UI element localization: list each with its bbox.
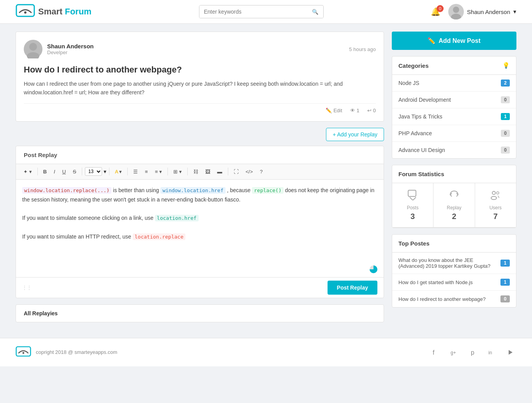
svg-text:in: in — [488, 350, 492, 355]
search-button[interactable]: 🔍 — [307, 6, 323, 18]
add-reply-button[interactable]: + Add your Replay — [326, 128, 384, 141]
youtube-icon[interactable] — [504, 346, 516, 359]
editor-text-1: is better than using — [113, 187, 160, 193]
svg-rect-6 — [408, 190, 416, 196]
footer-copyright: copright 2018 @ smarteyeapps.com — [36, 349, 117, 355]
category-badge-ui: 0 — [501, 147, 510, 154]
svg-rect-0 — [16, 5, 34, 16]
notification-badge: 0 — [437, 5, 444, 12]
replay-label: Replay — [440, 205, 468, 210]
code-location-href: location.href — [155, 215, 199, 221]
category-badge-nodejs: 2 — [501, 80, 510, 87]
italic-btn[interactable]: I — [51, 167, 58, 176]
stats-card: Forum Statistics Posts 3 — [392, 165, 516, 228]
stat-replay: Replay 2 — [433, 183, 475, 227]
link-btn[interactable]: ⛓ — [190, 167, 201, 176]
add-new-post-label: Add New Post — [439, 37, 481, 44]
users-icon — [481, 189, 510, 203]
category-name-ui: Advance UI Design — [398, 147, 445, 153]
top-post-item-3[interactable]: How do I redirect to another webpage? 0 — [392, 291, 516, 307]
ol-btn[interactable]: ≡ — [142, 167, 151, 176]
user-menu[interactable]: Shaun Anderson ▾ — [448, 4, 516, 19]
top-post-title-3: How do I redirect to another webpage? — [398, 296, 500, 302]
top-post-badge-3: 0 — [500, 295, 510, 302]
fullscreen-btn[interactable]: ⛶ — [231, 167, 241, 176]
editor-body[interactable]: window.location.replace(...) is better t… — [16, 180, 384, 277]
top-post-badge-1: 1 — [500, 260, 510, 267]
svg-point-8 — [491, 196, 497, 200]
category-item-android[interactable]: Android Development 0 — [392, 92, 516, 108]
font-size-select[interactable]: 13 14 16 18 — [85, 167, 102, 176]
top-post-title-1: What do you know about the JEE (Advanced… — [398, 257, 500, 269]
bold-btn[interactable]: B — [41, 167, 49, 176]
image-btn[interactable]: 🖼 — [203, 167, 213, 176]
category-item-nodejs[interactable]: Node JS 2 — [392, 75, 516, 92]
add-reply-container: + Add your Replay — [16, 128, 384, 141]
all-replies-header: All Replayies — [24, 310, 58, 316]
categories-card: Categories 💡 Node JS 2 Android Developme… — [392, 56, 516, 159]
views-action: 👁 1 — [350, 108, 359, 113]
notification-button[interactable]: 🔔 0 — [431, 7, 440, 16]
chevron-down-icon: ▾ — [513, 8, 516, 15]
top-posts-header: Top Postes — [392, 235, 516, 253]
linkedin-icon[interactable]: in — [485, 346, 498, 359]
strikethrough-btn[interactable]: S — [70, 167, 79, 176]
posts-icon — [398, 189, 427, 203]
post-time: 5 hours ago — [349, 46, 376, 52]
category-name-android: Android Development — [398, 97, 451, 103]
help-btn[interactable]: ? — [257, 167, 265, 176]
search-bar: 🔍 — [199, 5, 324, 18]
category-item-java[interactable]: Java Tips & Tricks 1 — [392, 108, 516, 125]
toolbar-divider-4 — [127, 168, 128, 175]
category-item-ui[interactable]: Advance UI Design 0 — [392, 142, 516, 158]
main-container: Shaun Anderson Develper 5 hours ago How … — [0, 24, 532, 330]
code-replace-fn: replace() — [252, 187, 283, 194]
stats-header: Forum Statistics — [392, 165, 516, 183]
categories-title: Categories — [398, 62, 429, 69]
search-input[interactable] — [199, 5, 307, 18]
magic-toolbar-btn[interactable]: ✦ ▾ — [21, 167, 35, 176]
edit-action[interactable]: ✏️ Edit — [326, 108, 342, 113]
table-btn[interactable]: ⊞ ▾ — [171, 167, 185, 176]
media-btn[interactable]: ▬ — [215, 167, 225, 176]
underline-btn[interactable]: U — [60, 167, 69, 176]
footer-logo-icon — [16, 346, 31, 359]
top-post-item-2[interactable]: How do I get started with Node.js 1 — [392, 274, 516, 291]
svg-point-2 — [453, 7, 459, 13]
shares-action: ↩ 0 — [367, 108, 376, 113]
pinterest-icon[interactable]: p — [467, 346, 479, 359]
code-btn[interactable]: </> — [243, 167, 256, 176]
googleplus-icon[interactable]: g+ — [448, 346, 460, 359]
svg-rect-10 — [16, 346, 31, 356]
search-icon: 🔍 — [312, 9, 319, 15]
author-name: Shaun Anderson — [47, 43, 93, 49]
logo-forum-text: Forum — [65, 7, 91, 16]
category-item-php[interactable]: PHP Advance 0 — [392, 125, 516, 142]
top-post-item-1[interactable]: What do you know about the JEE (Advanced… — [392, 253, 516, 274]
category-name-nodejs: Node JS — [398, 80, 419, 86]
align-btn[interactable]: ≡ ▾ — [152, 167, 165, 176]
spinner-overlay — [370, 265, 377, 273]
font-size-chevron: ▾ — [104, 168, 106, 175]
post-header: Shaun Anderson Develper 5 hours ago — [24, 40, 376, 58]
stats-title: Forum Statistics — [398, 171, 444, 177]
code-replace: window.location.replace(...) — [22, 187, 111, 194]
svg-text:g+: g+ — [451, 350, 456, 355]
author-role: Develper — [47, 49, 93, 55]
categories-list: Node JS 2 Android Development 0 Java Tip… — [392, 75, 516, 158]
color-toolbar-btn[interactable]: A ▾ — [112, 167, 125, 176]
add-new-post-button[interactable]: ✏️ Add New Post — [392, 32, 516, 50]
footer: copright 2018 @ smarteyeapps.com f g+ p … — [0, 338, 532, 366]
category-name-java: Java Tips & Tricks — [398, 113, 442, 120]
post-reply-button[interactable]: Post Replay — [328, 281, 377, 295]
edit-icon: ✏️ — [326, 108, 332, 113]
users-label: Users — [481, 205, 510, 210]
facebook-icon[interactable]: f — [429, 346, 442, 359]
logo: Smart Forum — [16, 4, 92, 19]
toolbar-divider-3 — [109, 168, 109, 175]
editor-text-2: , because — [227, 187, 252, 193]
replay-value: 2 — [440, 212, 468, 221]
categories-header: Categories 💡 — [392, 57, 516, 75]
ul-btn[interactable]: ☰ — [130, 167, 141, 176]
svg-point-4 — [29, 43, 37, 51]
